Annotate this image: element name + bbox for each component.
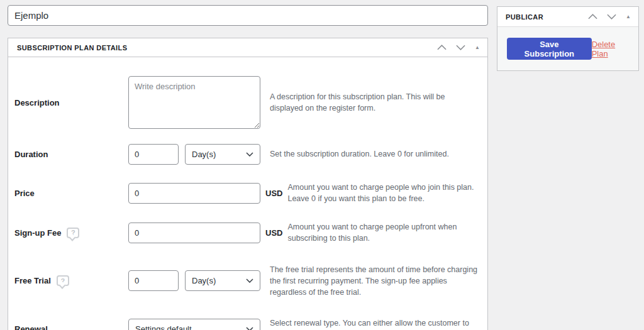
duration-unit-select[interactable]: Day(s) bbox=[185, 144, 260, 165]
renewal-row: Renewal Settings default Select renewal … bbox=[14, 317, 480, 330]
description-row: Description A description for this subsc… bbox=[14, 76, 480, 129]
signup-fee-label: Sign-up Fee ? bbox=[14, 228, 128, 238]
free-trial-label: Free Trial ? bbox=[14, 275, 128, 286]
collapse-toggle-icon[interactable]: ▲ bbox=[626, 14, 631, 19]
signup-fee-help-text: Amount you want to charge people upfront… bbox=[282, 221, 480, 244]
publish-metabox: PUBLICAR ▲ Save Subscription Delete Plan bbox=[497, 6, 639, 71]
price-row: Price USD Amount you want to charge peop… bbox=[14, 182, 480, 204]
price-help-text: Amount you want to charge people who joi… bbox=[282, 182, 480, 204]
publish-body: Save Subscription Delete Plan bbox=[497, 27, 638, 70]
metabox-body: Description A description for this subsc… bbox=[8, 57, 487, 330]
signup-fee-currency-label: USD bbox=[265, 228, 282, 238]
metabox-title: SUBSCRIPTION PLAN DETAILS bbox=[17, 44, 127, 52]
chevron-down-icon bbox=[246, 278, 253, 283]
free-trial-help-text: The free trial represents the amount of … bbox=[260, 264, 480, 298]
price-currency-label: USD bbox=[265, 189, 282, 198]
renewal-help-text: Select renewal type. You can either allo… bbox=[260, 317, 480, 330]
duration-value-input[interactable] bbox=[128, 144, 179, 165]
plan-title-input[interactable] bbox=[8, 5, 488, 26]
chevron-down-icon bbox=[246, 152, 253, 157]
chevron-down-icon bbox=[246, 327, 253, 330]
collapse-toggle-icon[interactable]: ▲ bbox=[475, 45, 480, 50]
free-trial-row: Free Trial ? Day(s) The free trial repre… bbox=[14, 264, 480, 298]
help-tooltip-icon[interactable]: ? bbox=[67, 228, 79, 238]
signup-fee-value-input[interactable] bbox=[128, 223, 260, 243]
price-label: Price bbox=[14, 189, 128, 198]
signup-fee-field-col bbox=[128, 223, 260, 243]
free-trial-field-col: Day(s) bbox=[128, 270, 260, 291]
renewal-label: Renewal bbox=[14, 324, 128, 330]
description-textarea[interactable] bbox=[128, 76, 260, 129]
metabox-header[interactable]: SUBSCRIPTION PLAN DETAILS ▲ bbox=[8, 38, 487, 57]
description-field-col bbox=[128, 76, 260, 129]
publish-header[interactable]: PUBLICAR ▲ bbox=[497, 7, 638, 27]
publish-title: PUBLICAR bbox=[506, 13, 543, 21]
move-up-icon[interactable] bbox=[437, 45, 447, 50]
publish-handle-actions: ▲ bbox=[588, 14, 631, 19]
renewal-field-col: Settings default bbox=[128, 319, 260, 330]
free-trial-unit-select[interactable]: Day(s) bbox=[185, 270, 260, 291]
move-up-icon[interactable] bbox=[588, 14, 597, 19]
description-help-text: A description for this subscription plan… bbox=[260, 91, 480, 114]
move-down-icon[interactable] bbox=[456, 45, 465, 50]
duration-label: Duration bbox=[14, 150, 128, 159]
price-value-input[interactable] bbox=[128, 183, 260, 204]
main-column: SUBSCRIPTION PLAN DETAILS ▲ Description bbox=[8, 5, 488, 330]
renewal-type-select[interactable]: Settings default bbox=[128, 319, 260, 330]
move-down-icon[interactable] bbox=[607, 14, 616, 19]
save-subscription-button[interactable]: Save Subscription bbox=[507, 38, 592, 60]
duration-row: Duration Day(s) Set the subscription dur… bbox=[14, 144, 480, 165]
signup-fee-row: Sign-up Fee ? USD Amount you want to cha… bbox=[14, 221, 480, 244]
subscription-plan-details-metabox: SUBSCRIPTION PLAN DETAILS ▲ Description bbox=[8, 38, 488, 330]
duration-field-col: Day(s) bbox=[128, 144, 260, 165]
duration-help-text: Set the subscription duration. Leave 0 f… bbox=[260, 148, 480, 160]
delete-plan-link[interactable]: Delete Plan bbox=[592, 40, 632, 58]
free-trial-value-input[interactable] bbox=[128, 270, 179, 291]
sidebar: PUBLICAR ▲ Save Subscription Delete Plan bbox=[497, 6, 639, 71]
help-tooltip-icon[interactable]: ? bbox=[57, 275, 69, 286]
metabox-handle-actions: ▲ bbox=[437, 45, 480, 50]
description-label: Description bbox=[14, 98, 128, 107]
price-field-col bbox=[128, 183, 260, 204]
